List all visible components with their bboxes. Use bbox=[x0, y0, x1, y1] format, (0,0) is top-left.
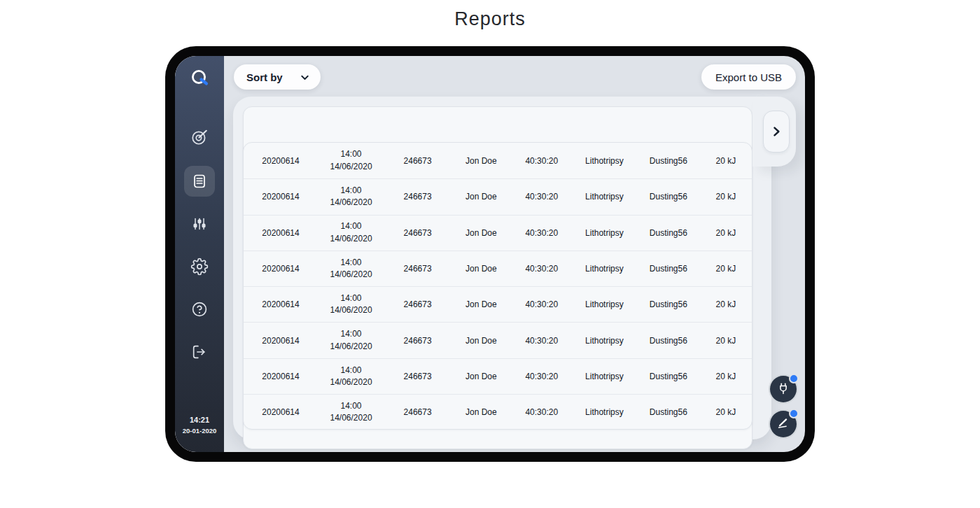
cell-duration: 40:30:20 bbox=[512, 336, 572, 346]
cell-preset: Dusting56 bbox=[637, 156, 700, 166]
cell-procedure: Lithotripsy bbox=[572, 228, 637, 238]
logo-q bbox=[188, 67, 211, 90]
table-row[interactable]: 2020061414:00 14/06/2020246673Jon Doe40:… bbox=[244, 143, 752, 178]
table-row[interactable]: 2020061414:00 14/06/2020246673Jon Doe40:… bbox=[244, 394, 752, 430]
cell-patient-id: 246673 bbox=[384, 156, 451, 166]
cell-procedure: Lithotripsy bbox=[572, 192, 637, 202]
cell-duration: 40:30:20 bbox=[512, 407, 572, 417]
cell-procedure-id: 20200614 bbox=[244, 156, 318, 166]
power-plug-icon bbox=[776, 381, 791, 397]
screen: 14:21 20-01-2020 Sort by Export to USB P… bbox=[175, 56, 805, 452]
cell-patient-id: 246673 bbox=[384, 372, 451, 381]
cell-tot-energy: 20 kJ bbox=[700, 192, 752, 202]
cell-surgeon: Jon Doe bbox=[451, 264, 511, 274]
cell-procedure-id: 20200614 bbox=[244, 407, 318, 417]
next-page-button[interactable] bbox=[763, 111, 790, 153]
sidebar-item-logout[interactable] bbox=[191, 344, 209, 361]
tablet-frame: 14:21 20-01-2020 Sort by Export to USB P… bbox=[165, 46, 815, 462]
laser-pen-status-badge bbox=[789, 409, 799, 418]
cell-duration: 40:30:20 bbox=[512, 156, 572, 166]
sidebar: 14:21 20-01-2020 bbox=[175, 56, 224, 452]
cell-preset: Dusting56 bbox=[637, 299, 700, 309]
table-row[interactable]: 2020061414:00 14/06/2020246673Jon Doe40:… bbox=[244, 251, 752, 286]
export-to-usb-label: Export to USB bbox=[715, 71, 782, 83]
cell-tot-energy: 20 kJ bbox=[700, 336, 752, 346]
laser-pen-icon bbox=[776, 416, 791, 432]
cell-tot-energy: 20 kJ bbox=[700, 299, 752, 309]
cell-patient-id: 246673 bbox=[384, 336, 451, 346]
cell-patient-id: 246673 bbox=[384, 407, 451, 417]
pagination-tab bbox=[752, 97, 796, 167]
cell-procedure: Lithotripsy bbox=[572, 264, 637, 274]
cell-procedure: Lithotripsy bbox=[572, 372, 637, 381]
cell-procedure: Lithotripsy bbox=[572, 156, 637, 166]
cell-patient-id: 246673 bbox=[384, 264, 451, 274]
cell-date-time: 14:00 14/06/2020 bbox=[318, 220, 384, 245]
cell-preset: Dusting56 bbox=[637, 228, 700, 238]
cell-duration: 40:30:20 bbox=[512, 264, 572, 274]
cell-surgeon: Jon Doe bbox=[451, 372, 511, 381]
cell-patient-id: 246673 bbox=[384, 192, 451, 202]
table-body: 2020061414:00 14/06/2020246673Jon Doe40:… bbox=[243, 142, 752, 430]
cell-date-time: 14:00 14/06/2020 bbox=[318, 185, 384, 209]
laser-pen-status-button[interactable] bbox=[769, 409, 798, 439]
cell-surgeon: Jon Doe bbox=[451, 228, 511, 238]
table-row[interactable]: 2020061414:00 14/06/2020246673Jon Doe40:… bbox=[244, 215, 752, 251]
cell-patient-id: 246673 bbox=[384, 299, 451, 309]
cell-preset: Dusting56 bbox=[637, 336, 700, 346]
cell-procedure-id: 20200614 bbox=[244, 336, 318, 346]
table-row[interactable]: 2020061414:00 14/06/2020246673Jon Doe40:… bbox=[244, 178, 752, 214]
sidebar-clock-date: 20-01-2020 bbox=[175, 427, 224, 435]
sidebar-clock-time: 14:21 bbox=[175, 416, 224, 424]
reports-panel: Procedure IDDate/ TimePatient IDSurgeonD… bbox=[233, 97, 771, 439]
page-title: Reports bbox=[0, 8, 980, 30]
cell-surgeon: Jon Doe bbox=[451, 156, 511, 166]
sort-by-button[interactable]: Sort by bbox=[234, 64, 321, 90]
cell-date-time: 14:00 14/06/2020 bbox=[318, 328, 384, 353]
cell-preset: Dusting56 bbox=[637, 192, 700, 202]
cell-patient-id: 246673 bbox=[384, 228, 451, 238]
cell-procedure-id: 20200614 bbox=[244, 192, 318, 202]
cell-preset: Dusting56 bbox=[637, 372, 700, 381]
cell-procedure-id: 20200614 bbox=[244, 299, 318, 309]
power-status-button[interactable] bbox=[769, 374, 798, 404]
cell-tot-energy: 20 kJ bbox=[700, 407, 752, 417]
cell-duration: 40:30:20 bbox=[512, 299, 572, 309]
cell-procedure-id: 20200614 bbox=[244, 264, 318, 274]
cell-tot-energy: 20 kJ bbox=[700, 156, 752, 166]
sidebar-item-reports[interactable] bbox=[191, 173, 208, 190]
cell-surgeon: Jon Doe bbox=[451, 407, 511, 417]
cell-surgeon: Jon Doe bbox=[451, 336, 511, 346]
cell-procedure-id: 20200614 bbox=[244, 228, 318, 238]
cell-surgeon: Jon Doe bbox=[451, 299, 511, 309]
cell-procedure: Lithotripsy bbox=[572, 336, 637, 346]
table-row[interactable]: 2020061414:00 14/06/2020246673Jon Doe40:… bbox=[244, 286, 752, 322]
cell-duration: 40:30:20 bbox=[512, 372, 572, 381]
cell-date-time: 14:00 14/06/2020 bbox=[318, 400, 384, 425]
cell-tot-energy: 20 kJ bbox=[700, 372, 752, 381]
sort-by-label: Sort by bbox=[246, 71, 283, 83]
table-row[interactable]: 2020061414:00 14/06/2020246673Jon Doe40:… bbox=[244, 322, 752, 358]
cell-procedure: Lithotripsy bbox=[572, 407, 637, 417]
cell-preset: Dusting56 bbox=[637, 264, 700, 274]
sidebar-item-sliders[interactable] bbox=[191, 216, 208, 232]
cell-procedure-id: 20200614 bbox=[244, 372, 318, 381]
chevron-right-icon bbox=[769, 125, 783, 139]
cell-duration: 40:30:20 bbox=[512, 192, 572, 202]
cell-procedure: Lithotripsy bbox=[572, 299, 637, 309]
cell-duration: 40:30:20 bbox=[512, 228, 572, 238]
power-status-badge bbox=[789, 374, 799, 383]
cell-tot-energy: 20 kJ bbox=[700, 228, 752, 238]
cell-date-time: 14:00 14/06/2020 bbox=[318, 148, 384, 173]
chevron-down-icon bbox=[299, 71, 311, 83]
cell-date-time: 14:00 14/06/2020 bbox=[318, 365, 384, 389]
sidebar-item-procedure[interactable] bbox=[190, 128, 209, 146]
cell-tot-energy: 20 kJ bbox=[700, 264, 752, 274]
sidebar-item-settings[interactable] bbox=[191, 258, 209, 276]
cell-date-time: 14:00 14/06/2020 bbox=[318, 292, 384, 317]
cell-preset: Dusting56 bbox=[637, 407, 700, 417]
cell-date-time: 14:00 14/06/2020 bbox=[318, 257, 384, 281]
table-row[interactable]: 2020061414:00 14/06/2020246673Jon Doe40:… bbox=[244, 358, 752, 394]
sidebar-item-help[interactable] bbox=[191, 301, 209, 318]
export-to-usb-button[interactable]: Export to USB bbox=[701, 64, 796, 90]
